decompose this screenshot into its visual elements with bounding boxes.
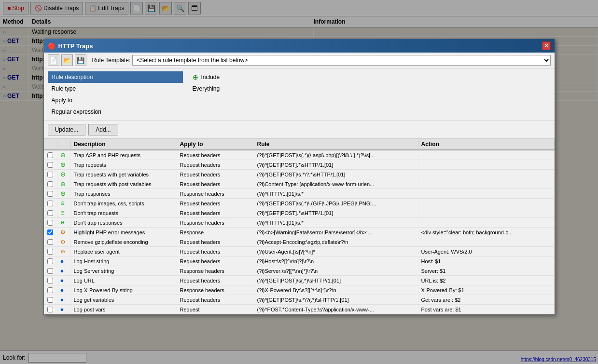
trap-action-0 [418, 150, 555, 160]
trap-action-2 [418, 170, 555, 172]
trap-icon-1: ⊕ [57, 160, 71, 169]
rule-form: Rule description Rule type Apply to Regu… [44, 68, 555, 121]
rule-description-field[interactable]: Rule description [48, 71, 183, 83]
modal-title-area: 🔴 HTTP Traps [48, 42, 93, 50]
col-apply-to: Apply to [177, 140, 254, 148]
modal-title-icon: 🔴 [48, 42, 56, 50]
col-description: Description [71, 140, 177, 148]
trap-checkbox-0[interactable] [44, 150, 57, 160]
trap-icon-0: ⊕ [57, 150, 71, 160]
rule-type-value: Include [201, 74, 220, 81]
trap-row-1[interactable]: ⊕ Trap requests Request headers (?i)^[GE… [44, 160, 555, 170]
action-buttons-area: Update... Add... [44, 121, 555, 139]
modal-new-button[interactable]: 📄 [48, 54, 59, 66]
trap-rule-2: (?i)^[GET|POST]\s.*\?.*\sHTTP/1.[01] [254, 170, 418, 172]
http-traps-modal: 🔴 HTTP Traps ✕ 📄 📂 💾 Rule Template: <Sel… [43, 39, 555, 172]
traps-table-header: Description Apply to Rule Action [44, 139, 555, 150]
trap-rule-0: (?i)^[GET|POST]\s(.*)(\.aspl\.php)[(\?l/… [254, 150, 418, 160]
rule-type-value-row: ⊕ Include [193, 71, 551, 83]
rule-template-select[interactable]: <Select a rule template from the list be… [132, 55, 550, 66]
add-button[interactable]: Add... [88, 124, 118, 135]
trap-desc-2: Trap requests with get variables [71, 170, 177, 172]
trap-apply-0: Request headers [177, 150, 254, 160]
trap-icon-2: ⊕ [57, 170, 71, 172]
rule-template-label: Rule Template: [92, 57, 131, 64]
traps-table: Description Apply to Rule Action ⊕ Trap … [44, 139, 555, 172]
trap-apply-1: Request headers [177, 160, 254, 169]
trap-desc-0: Trap ASP and PHP requests [71, 150, 177, 160]
trap-row-0[interactable]: ⊕ Trap ASP and PHP requests Request head… [44, 150, 555, 160]
trap-apply-2: Request headers [177, 170, 254, 172]
col-checkbox [44, 140, 57, 148]
rule-type-field[interactable]: Rule type [48, 83, 183, 94]
col-rule: Rule [254, 140, 418, 148]
include-icon: ⊕ [193, 73, 198, 81]
modal-toolbar: 📄 📂 💾 Rule Template: <Select a rule temp… [44, 53, 555, 68]
modal-overlay: 🔴 HTTP Traps ✕ 📄 📂 💾 Rule Template: <Sel… [0, 0, 598, 172]
apply-to-value: Everything [193, 85, 220, 92]
regular-expression-field[interactable]: Regular expression [48, 106, 183, 118]
rule-fields-panel: Rule description Rule type Apply to Regu… [48, 71, 183, 118]
trap-action-1 [418, 160, 555, 169]
modal-close-button[interactable]: ✕ [542, 41, 551, 50]
trap-row-2[interactable]: ⊕ Trap requests with get variables Reque… [44, 170, 555, 172]
col-icon [57, 140, 71, 148]
trap-rule-1: (?i)^[GET|POST].*\sHTTP/1.[01] [254, 160, 418, 169]
trap-desc-1: Trap requests [71, 160, 177, 169]
col-action: Action [418, 140, 555, 148]
trap-checkbox-2[interactable] [44, 170, 57, 172]
rule-values-panel: ⊕ Include Everything [183, 71, 551, 118]
apply-to-field[interactable]: Apply to [48, 94, 183, 106]
update-button[interactable]: Update... [48, 124, 86, 135]
modal-open-button[interactable]: 📂 [61, 54, 73, 66]
modal-save-button[interactable]: 💾 [75, 54, 86, 66]
trap-checkbox-1[interactable] [44, 160, 57, 169]
modal-titlebar: 🔴 HTTP Traps ✕ [44, 39, 555, 53]
apply-to-value-row: Everything [193, 83, 551, 94]
modal-title: HTTP Traps [58, 42, 93, 50]
